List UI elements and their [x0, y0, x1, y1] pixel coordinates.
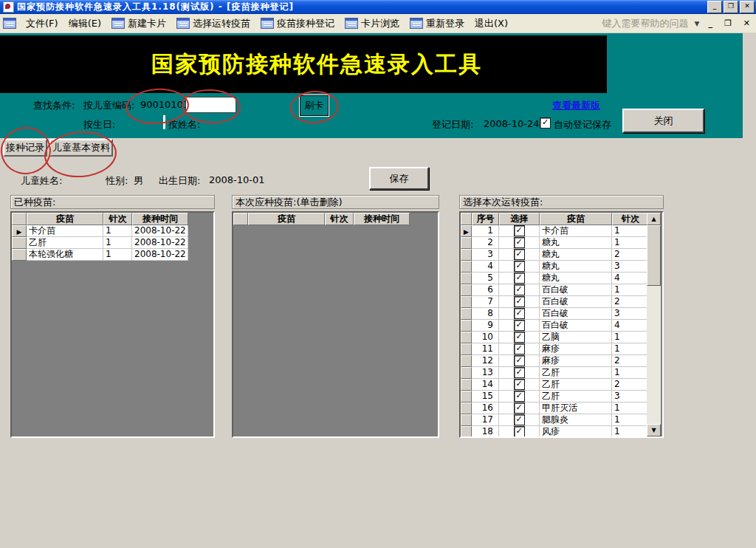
dose-cell: 1 — [103, 225, 132, 237]
row-selector[interactable] — [461, 367, 472, 379]
row-selector[interactable] — [461, 414, 472, 426]
table-row[interactable]: 乙肝12008-10-22 — [12, 237, 213, 249]
seq-cell: 11 — [472, 343, 499, 355]
row-selector[interactable] — [461, 261, 472, 273]
menu-item-7[interactable]: 重新登录 — [405, 16, 470, 32]
table-row[interactable]: ▶1✓卡介苗1 — [461, 225, 662, 237]
row-selector[interactable] — [12, 237, 27, 249]
close-form-button[interactable]: 关闭 — [622, 109, 704, 133]
menu-item-4[interactable]: 选择运转疫苗 — [171, 16, 255, 32]
row-checkbox[interactable]: ✓ — [514, 332, 525, 343]
row-selector[interactable] — [461, 237, 472, 249]
scrollbar-thumb[interactable] — [647, 225, 661, 286]
mdi-close-button[interactable]: ✕ — [740, 18, 753, 28]
seq-cell: 6 — [472, 284, 499, 296]
transfer-panel-title: 选择本次运转疫苗: — [459, 195, 664, 209]
menu-item-3[interactable]: 新建卡片 — [106, 16, 171, 32]
table-row[interactable]: 6✓百白破1 — [461, 284, 662, 296]
tab-vaccination-record[interactable]: 接种记录 — [3, 139, 47, 157]
row-selector[interactable]: ▶ — [461, 225, 472, 237]
row-checkbox[interactable]: ✓ — [514, 426, 525, 437]
menu-item-8[interactable]: 退出(X) — [470, 16, 513, 32]
row-checkbox[interactable]: ✓ — [514, 367, 525, 378]
dose-cell: 3 — [612, 391, 649, 403]
row-checkbox[interactable]: ✓ — [514, 273, 525, 284]
table-row[interactable]: 4✓糖丸3 — [461, 261, 662, 273]
table-row[interactable]: 9✓百白破4 — [461, 320, 662, 332]
row-selector[interactable] — [461, 426, 472, 438]
dose-cell: 1 — [612, 332, 649, 343]
transfer-table-scrollbar[interactable]: ▲ ▼ — [647, 213, 661, 436]
row-selector[interactable] — [461, 308, 472, 320]
table-row[interactable]: 11✓麻疹1 — [461, 343, 662, 355]
menu-item-5[interactable]: 疫苗接种登记 — [255, 16, 340, 32]
date-cell: 2008-10-22 — [132, 237, 188, 249]
row-selector[interactable] — [461, 320, 472, 332]
menu-item-2[interactable]: 编辑(E) — [63, 16, 106, 32]
table-row[interactable]: 8✓百白破3 — [461, 308, 662, 320]
latest-version-link[interactable]: 查看最新版 — [552, 99, 600, 112]
close-button[interactable]: ✕ — [740, 1, 755, 13]
table-row[interactable]: 10✓乙脑1 — [461, 332, 662, 343]
tab-child-info[interactable]: 儿童基本资料 — [49, 139, 113, 157]
table-row[interactable]: 15✓乙肝3 — [461, 391, 662, 403]
row-selector[interactable]: ▶ — [12, 225, 27, 237]
table-row[interactable]: 本轮强化糖12008-10-22 — [12, 249, 213, 261]
scroll-down-icon[interactable]: ▼ — [647, 424, 661, 436]
row-checkbox[interactable]: ✓ — [514, 355, 525, 366]
row-checkbox[interactable]: ✓ — [514, 414, 525, 425]
mdi-restore-button[interactable]: ❐ — [721, 18, 735, 28]
row-selector[interactable] — [461, 379, 472, 391]
table-row[interactable]: 14✓乙肝2 — [461, 379, 662, 391]
scrollbar-track[interactable] — [647, 225, 661, 424]
table-row[interactable]: 16✓甲肝灭活1 — [461, 403, 662, 414]
row-checkbox[interactable]: ✓ — [514, 391, 525, 402]
restore-button[interactable]: ❐ — [724, 1, 738, 13]
row-checkbox[interactable]: ✓ — [514, 343, 525, 355]
row-checkbox[interactable]: ✓ — [514, 296, 525, 307]
mdi-minimize-button[interactable]: _ — [705, 18, 715, 28]
menu-item-1[interactable]: 文件(F) — [21, 16, 63, 32]
table-row[interactable]: 3✓糖丸2 — [461, 249, 662, 261]
row-checkbox[interactable]: ✓ — [514, 261, 525, 272]
row-selector[interactable] — [12, 249, 27, 261]
scroll-up-icon[interactable]: ▲ — [647, 213, 661, 225]
row-checkbox[interactable]: ✓ — [514, 379, 525, 390]
row-checkbox[interactable]: ✓ — [514, 308, 525, 319]
table-row[interactable]: 2✓糖丸1 — [461, 237, 662, 249]
auto-save-checkbox[interactable]: ✓ — [540, 117, 551, 129]
table-row[interactable]: 5✓糖丸4 — [461, 273, 662, 284]
row-checkbox[interactable]: ✓ — [514, 225, 525, 236]
row-checkbox[interactable]: ✓ — [514, 284, 525, 295]
help-search-input[interactable]: 键入需要帮助的问题 — [602, 17, 688, 30]
row-selector[interactable] — [461, 391, 472, 403]
chevron-down-icon[interactable]: ▼ — [694, 20, 699, 27]
menu-item-6[interactable]: 卡片浏览 — [340, 16, 405, 32]
row-selector[interactable] — [461, 355, 472, 367]
table-row[interactable]: 13✓乙肝1 — [461, 367, 662, 379]
row-selector[interactable] — [461, 249, 472, 261]
save-button[interactable]: 保存 — [369, 167, 429, 190]
table-row[interactable]: ▶卡介苗12008-10-22 — [12, 225, 213, 237]
row-checkbox[interactable]: ✓ — [514, 249, 525, 260]
table-row[interactable]: 17✓腮腺炎1 — [461, 414, 662, 426]
row-selector[interactable] — [461, 403, 472, 414]
row-checkbox[interactable]: ✓ — [514, 237, 525, 248]
row-checkbox[interactable]: ✓ — [514, 320, 525, 331]
row-checkbox[interactable]: ✓ — [514, 403, 525, 414]
table-row[interactable]: 12✓麻疹2 — [461, 355, 662, 367]
swipe-card-button[interactable]: 刷卡 — [300, 95, 329, 116]
table-header-row: 序号选择疫苗针次 — [461, 213, 662, 225]
row-selector[interactable] — [461, 273, 472, 284]
table-row[interactable]: 18✓风疹1 — [461, 426, 662, 438]
vaccine-cell: 卡介苗 — [540, 225, 612, 237]
row-selector[interactable] — [461, 343, 472, 355]
by-birthday-label: 按生日: — [83, 118, 115, 131]
mdi-child-icon[interactable] — [3, 18, 16, 29]
row-selector[interactable] — [461, 332, 472, 343]
row-selector[interactable] — [461, 296, 472, 308]
table-row[interactable]: 7✓百白破2 — [461, 296, 662, 308]
minimize-button[interactable]: _ — [707, 1, 722, 13]
code-input[interactable] — [185, 97, 236, 113]
row-selector[interactable] — [461, 284, 472, 296]
